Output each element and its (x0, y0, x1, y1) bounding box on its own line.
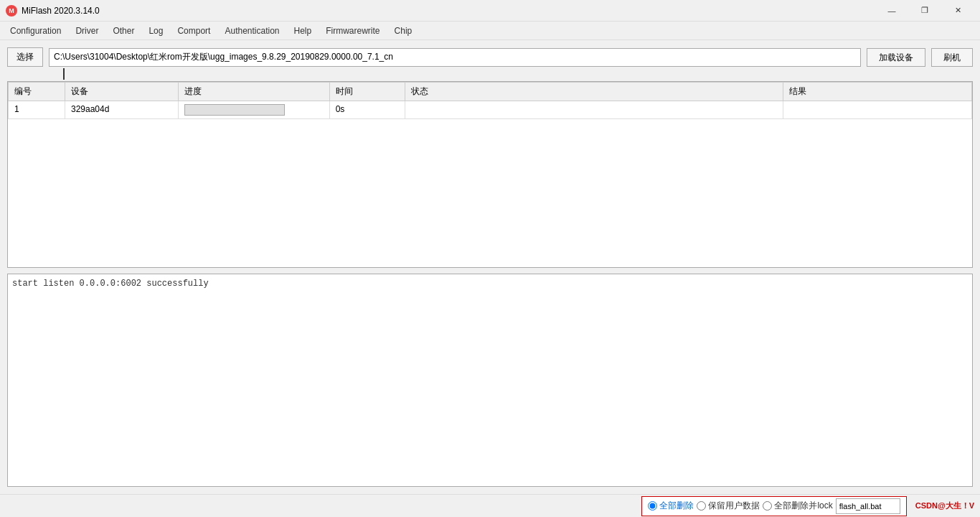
titlebar-left: M MiFlash 2020.3.14.0 (6, 5, 100, 17)
titlebar: M MiFlash 2020.3.14.0 — ❐ ✕ (0, 0, 980, 22)
bottom-bar: 全部删除 保留用户数据 全部删除并lock CSDN@大生！V (0, 494, 980, 517)
radio-delete-all[interactable]: 全部删除 (648, 500, 694, 512)
device-table-container: 编号 设备 进度 时间 状态 结果 1329aa04d0s (7, 81, 973, 268)
flash-script-input[interactable] (836, 498, 900, 514)
col-header-progress: 进度 (179, 83, 330, 101)
cell-num: 1 (9, 101, 65, 119)
titlebar-controls: — ❐ ✕ (875, 0, 974, 22)
menu-driver[interactable]: Driver (68, 22, 105, 39)
path-input[interactable] (49, 48, 861, 67)
close-button[interactable]: ✕ (941, 0, 974, 22)
menubar: Configuration Driver Other Log Comport A… (0, 22, 980, 40)
minimize-button[interactable]: — (875, 0, 908, 22)
col-header-num: 编号 (9, 83, 65, 101)
log-area: start listen 0.0.0.0:6002 successfully (7, 274, 973, 487)
menu-help[interactable]: Help (287, 22, 319, 39)
menu-authentication[interactable]: Authentication (217, 22, 286, 39)
device-table: 编号 设备 进度 时间 状态 结果 1329aa04d0s (8, 82, 972, 119)
app-title: MiFlash 2020.3.14.0 (22, 6, 100, 16)
app-icon: M (6, 5, 17, 17)
cell-progress (179, 101, 330, 119)
maximize-button[interactable]: ❐ (908, 0, 941, 22)
menu-chip[interactable]: Chip (387, 22, 420, 39)
table-row: 1329aa04d0s (9, 101, 972, 119)
flash-button[interactable]: 刷机 (931, 48, 973, 67)
col-header-device: 设备 (65, 83, 179, 101)
cell-status (405, 101, 783, 119)
cell-time: 0s (329, 101, 405, 119)
load-device-button[interactable]: 加载设备 (867, 48, 925, 67)
radio-delete-all-lock[interactable]: 全部删除并lock (763, 500, 832, 512)
toolbar-row: 选择 加载设备 刷机 (7, 47, 973, 67)
flash-mode-group: 全部删除 保留用户数据 全部删除并lock (641, 496, 906, 516)
progress-indicator-row (7, 73, 973, 75)
progress-line (63, 68, 65, 80)
main-content: 选择 加载设备 刷机 编号 设备 进度 时间 状态 结果 1329aa04d0s (0, 40, 980, 494)
col-header-status: 状态 (405, 83, 783, 101)
radio-delete-all-label: 全部删除 (659, 500, 694, 512)
menu-firmwarewrite[interactable]: Firmwarewrite (319, 22, 387, 39)
select-button[interactable]: 选择 (7, 47, 43, 67)
radio-keep-user-data[interactable]: 保留用户数据 (697, 500, 760, 512)
col-header-time: 时间 (329, 83, 405, 101)
log-content: start listen 0.0.0.0:6002 successfully (12, 279, 209, 289)
table-header-row: 编号 设备 进度 时间 状态 结果 (9, 83, 972, 101)
watermark: CSDN@大生！V (915, 500, 974, 511)
menu-log[interactable]: Log (141, 22, 170, 39)
menu-other[interactable]: Other (105, 22, 141, 39)
radio-keep-user-data-label: 保留用户数据 (708, 500, 760, 512)
menu-configuration[interactable]: Configuration (3, 22, 68, 39)
col-header-result: 结果 (783, 83, 971, 101)
radio-delete-all-lock-label: 全部删除并lock (774, 500, 832, 512)
progress-bar-container (184, 104, 285, 116)
cell-result (783, 101, 971, 119)
menu-comport[interactable]: Comport (170, 22, 217, 39)
device-table-body: 1329aa04d0s (9, 101, 972, 119)
cell-device: 329aa04d (65, 101, 179, 119)
